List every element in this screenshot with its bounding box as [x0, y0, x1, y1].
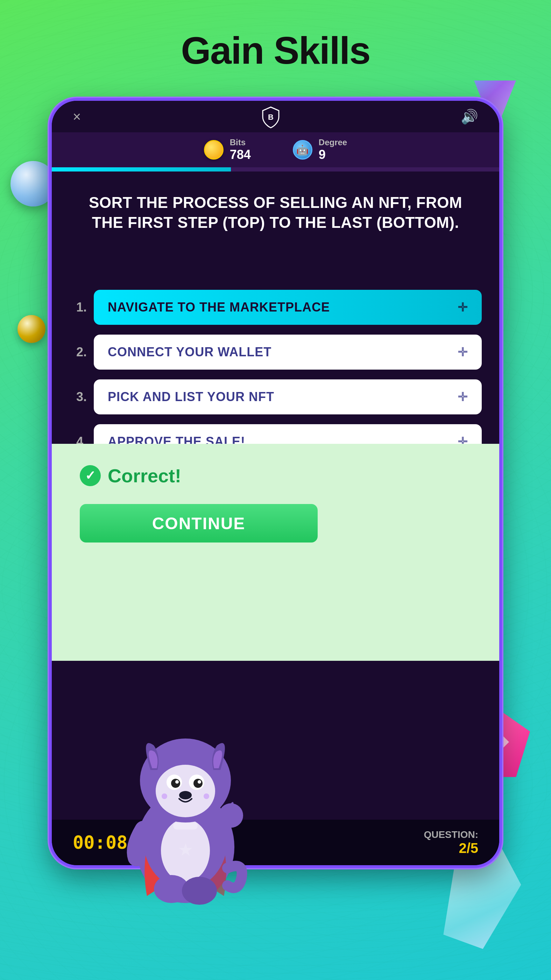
svg-point-9 — [194, 779, 203, 788]
progress-bar-fill — [52, 167, 231, 172]
answer-button-2[interactable]: CONNECT YOUR WALLET ✛ — [94, 335, 482, 370]
answer-text-3: PICK AND LIST YOUR NFT — [108, 390, 274, 404]
degree-label: Degree — [319, 138, 347, 147]
svg-point-14 — [203, 794, 209, 799]
correct-area: ✓ Correct! CONTINUE — [52, 444, 499, 661]
answer-number-3: 3. — [69, 390, 87, 404]
answer-row-3: 3. PICK AND LIST YOUR NFT ✛ — [69, 379, 482, 414]
answer-text-1: NAVIGATE TO THE MARKETPLACE — [108, 300, 330, 315]
degree-stat: 🤖 Degree 9 — [293, 138, 347, 162]
bits-label: Bits — [230, 138, 251, 147]
stats-bar: Bits 784 🤖 Degree 9 — [52, 132, 499, 167]
svg-text:★: ★ — [178, 840, 194, 860]
correct-check-icon: ✓ — [80, 465, 101, 486]
svg-text:B: B — [268, 113, 273, 121]
continue-button[interactable]: CONTINUE — [80, 504, 318, 542]
question-area: SORT THE PROCESS OF SELLING AN NFT, FROM… — [52, 172, 499, 243]
question-counter: QUESTION: 2/5 — [424, 829, 478, 856]
bits-value: 784 — [230, 147, 251, 162]
answer-button-3[interactable]: PICK AND LIST YOUR NFT ✛ — [94, 379, 482, 414]
question-text: SORT THE PROCESS OF SELLING AN NFT, FROM… — [73, 192, 478, 232]
degree-avatar-icon: 🤖 — [293, 140, 313, 160]
svg-point-8 — [171, 779, 180, 788]
close-button[interactable]: × — [73, 109, 81, 125]
answer-number-1: 1. — [69, 300, 87, 315]
drag-icon-3: ✛ — [457, 390, 468, 404]
svg-point-11 — [198, 780, 201, 784]
app-logo: B — [259, 104, 283, 129]
answer-row-2: 2. CONNECT YOUR WALLET ✛ — [69, 335, 482, 370]
svg-point-17 — [182, 877, 217, 905]
bits-stat: Bits 784 — [204, 138, 251, 162]
answers-area: 1. NAVIGATE TO THE MARKETPLACE ✛ 2. CONN… — [52, 290, 499, 469]
svg-point-12 — [179, 791, 192, 799]
svg-rect-18 — [173, 822, 198, 829]
svg-point-13 — [162, 794, 167, 799]
sound-button[interactable]: 🔊 — [461, 108, 478, 125]
drag-icon-2: ✛ — [457, 345, 468, 359]
bits-coin-icon — [204, 140, 224, 160]
degree-value: 9 — [319, 147, 347, 162]
question-number: 2/5 — [424, 840, 478, 856]
answer-number-2: 2. — [69, 345, 87, 360]
mascot-character: ★ — [98, 700, 273, 910]
correct-badge: ✓ Correct! — [80, 465, 181, 487]
gold-ball-decoration — [17, 315, 46, 343]
svg-point-10 — [175, 780, 179, 784]
correct-text: Correct! — [108, 465, 181, 487]
answer-text-2: CONNECT YOUR WALLET — [108, 345, 272, 360]
answer-row-1: 1. NAVIGATE TO THE MARKETPLACE ✛ — [69, 290, 482, 325]
answer-button-1[interactable]: NAVIGATE TO THE MARKETPLACE ✛ — [94, 290, 482, 325]
page-title: Gain Skills — [0, 28, 551, 72]
progress-bar — [52, 167, 499, 172]
drag-icon-1: ✛ — [457, 300, 468, 314]
phone-topbar: × B 🔊 — [52, 101, 499, 132]
question-label: QUESTION: — [424, 829, 478, 840]
